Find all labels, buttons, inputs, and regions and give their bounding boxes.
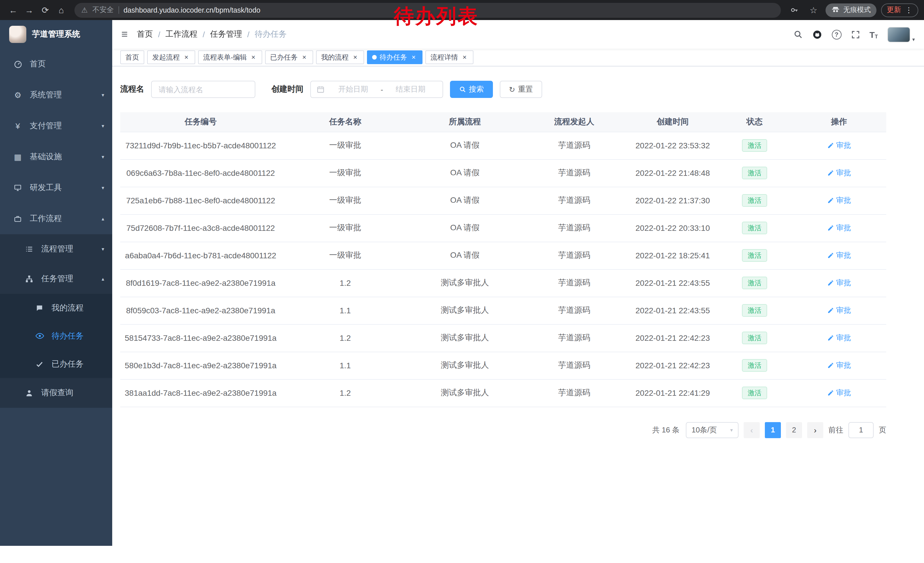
approve-link[interactable]: 审批 [827, 195, 851, 206]
cell-created: 2022-01-21 22:43:55 [628, 269, 717, 297]
cell-task-id: 75d72608-7b7f-11ec-a3c8-acde48001122 [120, 214, 281, 242]
sidebar-item-leave-query[interactable]: 请假查询 [0, 378, 112, 408]
app-logo-image [9, 26, 26, 43]
font-size-icon[interactable]: TT [870, 30, 878, 39]
breadcrumb-home[interactable]: 首页 [137, 29, 153, 39]
cell-task-id: 069c6a63-7b8a-11ec-8ef0-acde48001122 [120, 159, 281, 187]
breadcrumb-workflow[interactable]: 工作流程 [165, 29, 198, 39]
approve-link[interactable]: 审批 [827, 168, 851, 178]
cell-initiator: 芋道源码 [520, 297, 628, 324]
prev-page-button[interactable]: ‹ [744, 422, 760, 438]
tab-done-tasks[interactable]: 已办任务 × [265, 50, 313, 64]
cell-process: 测试多审批人 [410, 269, 520, 297]
end-date-placeholder[interactable]: 结束日期 [384, 84, 437, 95]
cell-task-id: 8f0d1619-7ac8-11ec-a9e2-a2380e71991a [120, 269, 281, 297]
fullscreen-icon[interactable] [851, 30, 860, 39]
next-page-button[interactable]: › [807, 422, 823, 438]
avatar[interactable] [888, 27, 910, 42]
search-icon[interactable] [794, 30, 802, 39]
approve-link[interactable]: 审批 [827, 140, 851, 151]
person-icon [23, 389, 36, 397]
goto-page-input[interactable] [848, 422, 874, 438]
tab-label: 流程详情 [430, 53, 458, 62]
password-key-icon[interactable] [787, 3, 801, 18]
approve-link[interactable]: 审批 [827, 388, 851, 398]
sidebar-item-my-process[interactable]: 我的流程 [0, 294, 112, 322]
tab-close-icon[interactable]: × [410, 54, 417, 61]
edit-icon [827, 142, 834, 149]
check-icon [33, 360, 46, 368]
tab-close-icon[interactable]: × [461, 54, 468, 61]
edit-icon [827, 197, 834, 204]
home-icon[interactable]: ⌂ [54, 3, 69, 18]
sidebar-item-process-mgmt[interactable]: 流程管理 ▾ [0, 234, 112, 264]
sidebar-item-payment-mgmt[interactable]: ¥ 支付管理 ▾ [0, 111, 112, 141]
forward-icon[interactable]: → [22, 3, 37, 18]
reset-button[interactable]: ↻ 重置 [500, 81, 542, 98]
sidebar-item-dev-tools[interactable]: 研发工具 ▾ [0, 173, 112, 203]
tab-my-process[interactable]: 我的流程 × [316, 50, 364, 64]
bookmark-star-icon[interactable]: ☆ [806, 3, 821, 18]
approve-link[interactable]: 审批 [827, 278, 851, 288]
sidebar-item-workflow[interactable]: 工作流程 ▴ [0, 203, 112, 234]
approve-link[interactable]: 审批 [827, 333, 851, 343]
sidebar-item-infrastructure[interactable]: ▦ 基础设施 ▾ [0, 141, 112, 173]
date-range-picker[interactable]: 开始日期 - 结束日期 [310, 81, 443, 98]
chevron-up-icon: ▴ [102, 216, 104, 222]
app-logo[interactable]: 芋道管理系统 [0, 20, 112, 49]
cell-created: 2022-01-22 21:37:30 [628, 187, 717, 214]
tab-home[interactable]: 首页 [120, 50, 144, 64]
process-name-input[interactable] [151, 81, 255, 98]
help-icon[interactable]: ? [832, 30, 842, 39]
cell-task-name: 1.2 [281, 324, 410, 352]
tab-process-detail[interactable]: 流程详情 × [425, 50, 474, 64]
status-badge: 激活 [742, 387, 767, 399]
col-task-id: 任务编号 [120, 112, 281, 132]
page-button-1[interactable]: 1 [765, 422, 781, 438]
approve-link[interactable]: 审批 [827, 223, 851, 233]
tab-todo-tasks[interactable]: 待办任务 × [367, 50, 423, 64]
tab-form-edit[interactable]: 流程表单-编辑 × [198, 50, 262, 64]
sidebar-fold-icon[interactable]: ≡ [122, 28, 128, 41]
status-badge: 激活 [742, 332, 767, 344]
incognito-badge: 无痕模式 [825, 3, 876, 17]
browser-update-button[interactable]: 更新 ⋮ [881, 3, 918, 17]
cell-process: 测试多审批人 [410, 379, 520, 407]
chevron-down-icon: ▾ [102, 123, 104, 129]
approve-link[interactable]: 审批 [827, 305, 851, 315]
search-button[interactable]: 搜索 [450, 81, 493, 98]
cell-process: OA 请假 [410, 159, 520, 187]
table-row: 75d72608-7b7f-11ec-a3c8-acde48001122 一级审… [120, 214, 886, 242]
tab-close-icon[interactable]: × [250, 54, 257, 61]
breadcrumb-task-mgmt[interactable]: 任务管理 [210, 29, 242, 39]
sidebar-menu: 首页 ⚙ 系统管理 ▾ ¥ 支付管理 ▾ ▦ 基础设施 ▾ 研发工具 [0, 49, 112, 408]
cell-task-name: 一级审批 [281, 214, 410, 242]
page-button-2[interactable]: 2 [786, 422, 802, 438]
sitemap-icon [23, 275, 36, 283]
cell-created: 2022-01-21 22:43:55 [628, 297, 717, 324]
sidebar-item-todo-tasks[interactable]: 待办任务 [0, 322, 112, 350]
start-date-placeholder[interactable]: 开始日期 [327, 84, 380, 95]
sidebar-item-label: 研发工具 [30, 183, 62, 193]
table-row: 58154733-7ac8-11ec-a9e2-a2380e71991a 1.2… [120, 324, 886, 352]
page-size-select[interactable]: 10条/页 ▾ [686, 422, 738, 438]
tab-close-icon[interactable]: × [351, 54, 359, 61]
reload-icon[interactable]: ⟳ [38, 3, 52, 18]
approve-link[interactable]: 审批 [827, 360, 851, 371]
tab-close-icon[interactable]: × [183, 54, 190, 61]
browser-menu-icon[interactable]: ⋮ [905, 6, 912, 14]
sidebar-item-home[interactable]: 首页 [0, 49, 112, 80]
user-menu[interactable]: ▾ [888, 27, 915, 42]
cell-created: 2022-01-22 20:33:10 [628, 214, 717, 242]
breadcrumb-separator: / [248, 30, 250, 39]
sidebar-item-done-tasks[interactable]: 已办任务 [0, 350, 112, 378]
approve-link[interactable]: 审批 [827, 250, 851, 261]
tab-close-icon[interactable]: × [300, 54, 308, 61]
breadcrumb-separator: / [158, 30, 160, 39]
sidebar-item-task-mgmt[interactable]: 任务管理 ▴ [0, 264, 112, 294]
back-icon[interactable]: ← [6, 3, 21, 18]
github-icon[interactable] [812, 30, 822, 39]
sidebar-item-system-mgmt[interactable]: ⚙ 系统管理 ▾ [0, 80, 112, 111]
tab-start-process[interactable]: 发起流程 × [147, 50, 195, 64]
omnibox-divider [118, 6, 119, 14]
